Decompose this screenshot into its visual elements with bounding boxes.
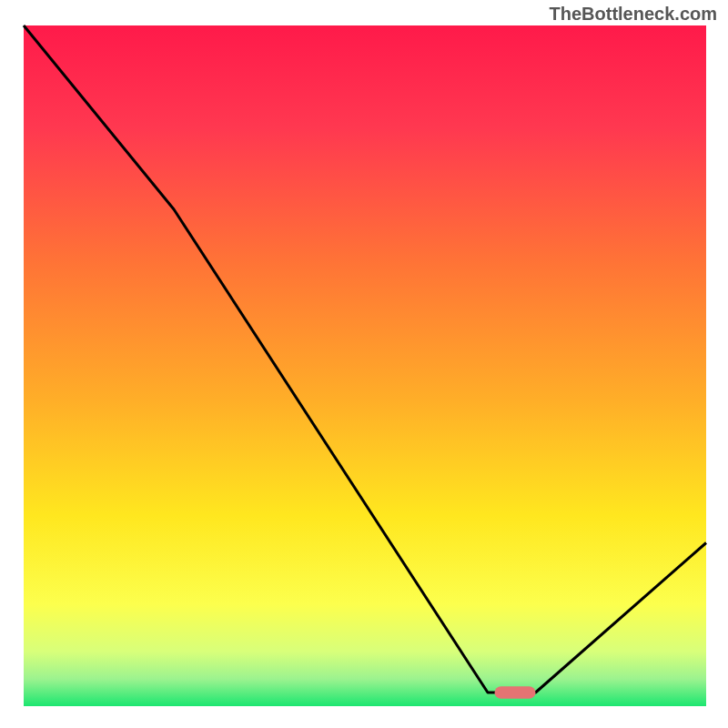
attribution-text: TheBottleneck.com [550,4,717,25]
chart-container: TheBottleneck.com [0,0,728,728]
plot-background [24,25,706,706]
optimal-point-marker [495,686,536,699]
bottleneck-chart [0,0,728,728]
